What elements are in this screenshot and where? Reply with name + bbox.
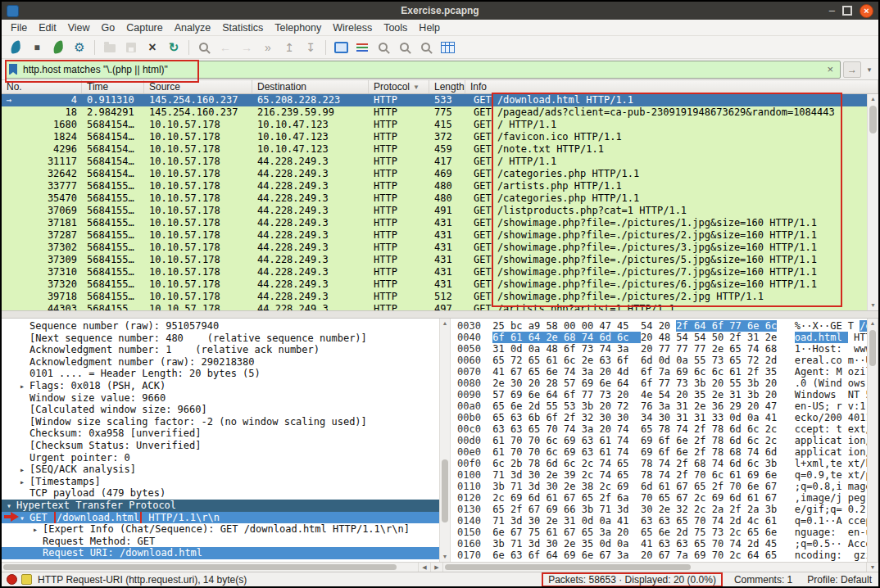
scrollbar-thumb[interactable] bbox=[869, 106, 877, 133]
packet-row[interactable]: 397185684155…10.10.57.17844.228.249.3HTT… bbox=[2, 291, 867, 303]
detail-line[interactable]: ▾Hypertext Transfer Protocol bbox=[2, 500, 439, 512]
column-header-info[interactable]: Info bbox=[465, 80, 878, 93]
detail-line[interactable]: [Calculated window size: 9660] bbox=[2, 404, 439, 416]
menu-item-capture[interactable]: Capture bbox=[120, 22, 168, 34]
go-forward-button[interactable]: → bbox=[237, 38, 256, 57]
detail-line[interactable]: TCP payload (479 bytes) bbox=[2, 487, 439, 500]
hex-row[interactable]: 0090 57 69 6e 64 6f 77 73 20 4e 54 20 35… bbox=[457, 389, 867, 400]
hex-row[interactable]: 0120 2c 69 6d 61 67 65 2f 6a 70 65 67 2c… bbox=[457, 492, 867, 504]
go-to-packet-button[interactable]: » bbox=[258, 38, 278, 57]
scrollbar-thumb[interactable] bbox=[445, 564, 691, 570]
hex-row[interactable]: 0050 31 0d 0a 48 6f 73 74 3a 20 77 77 77… bbox=[457, 343, 867, 355]
filter-dropdown-icon[interactable]: ▾ bbox=[864, 66, 875, 74]
scroll-right-icon[interactable]: ▶ bbox=[430, 563, 442, 572]
hex-row[interactable]: 00e0 61 70 70 6c 69 63 61 74 69 6f 6e 2f… bbox=[457, 446, 867, 458]
menu-item-help[interactable]: Help bbox=[413, 22, 446, 34]
detail-line[interactable]: [Next sequence number: 480 (relative seq… bbox=[2, 332, 439, 345]
menu-item-telephony[interactable]: Telephony bbox=[269, 22, 327, 34]
menu-item-statistics[interactable]: Statistics bbox=[216, 22, 269, 34]
detail-line[interactable]: Request URI: /download.html bbox=[2, 547, 439, 559]
titlebar[interactable]: Exercise.pcapng – × bbox=[2, 2, 878, 20]
detail-line[interactable]: Sequence number (raw): 951057940 bbox=[2, 320, 439, 332]
packet-row[interactable]: 18245684154…10.10.57.17810.10.47.123HTTP… bbox=[2, 131, 867, 143]
column-header-length[interactable]: Length bbox=[429, 80, 465, 93]
hex-row[interactable]: 0100 71 3d 30 2e 39 2c 74 65 78 74 2f 70… bbox=[457, 469, 867, 481]
scroll-down-icon[interactable]: ▼ bbox=[440, 552, 450, 562]
hex-row[interactable]: 0070 41 67 65 6e 74 3a 20 4d 6f 7a 69 6c… bbox=[457, 366, 867, 378]
menu-item-tools[interactable]: Tools bbox=[378, 22, 413, 34]
detail-line[interactable]: ▾GET /download.html HTTP/1.1\r\n bbox=[2, 512, 439, 524]
save-file-button[interactable] bbox=[121, 38, 141, 57]
details-hscrollbar[interactable] bbox=[2, 563, 418, 572]
zoom-in-button[interactable] bbox=[374, 38, 393, 57]
capture-options-button[interactable]: ⚙ bbox=[70, 38, 89, 57]
capture-restart-button[interactable] bbox=[48, 38, 68, 57]
detail-line[interactable]: [Window size scaling factor: -2 (no wind… bbox=[2, 416, 439, 428]
menu-item-edit[interactable]: Edit bbox=[33, 22, 62, 34]
column-header-source[interactable]: Source bbox=[144, 80, 252, 93]
detail-line[interactable]: 0101 .... = Header Length: 20 bytes (5) bbox=[2, 368, 439, 380]
minimize-button[interactable]: – bbox=[829, 7, 835, 15]
menu-item-wireless[interactable]: Wireless bbox=[327, 22, 378, 34]
scroll-left-icon[interactable]: ◀ bbox=[418, 563, 430, 572]
expander-open-icon[interactable]: ▾ bbox=[7, 500, 16, 512]
hex-row[interactable]: 0080 2e 30 20 28 57 69 6e 64 6f 77 73 3b… bbox=[457, 378, 867, 389]
scrollbar-thumb[interactable] bbox=[3, 564, 397, 570]
hex-row[interactable]: 0040 6f 61 64 2e 68 74 6d 6c 20 48 54 54… bbox=[457, 332, 867, 343]
capture-start-button[interactable] bbox=[6, 38, 25, 57]
column-header-time[interactable]: Time bbox=[82, 80, 144, 93]
hex-row[interactable]: 0150 6e 67 75 61 67 65 3a 20 65 6e 2d 75… bbox=[457, 527, 867, 538]
scrollbar-thumb[interactable] bbox=[442, 459, 448, 522]
zoom-reset-button[interactable] bbox=[416, 38, 436, 57]
pane-splitter[interactable] bbox=[2, 310, 878, 319]
packet-row[interactable]: 373095684155…10.10.57.17844.228.249.3HTT… bbox=[2, 254, 867, 266]
expert-info-icon[interactable] bbox=[7, 574, 17, 585]
packet-row[interactable]: 337775684155…10.10.57.17844.228.249.3HTT… bbox=[2, 180, 867, 192]
packet-row[interactable]: 373105684155…10.10.57.17844.228.249.3HTT… bbox=[2, 266, 867, 278]
close-file-button[interactable]: × bbox=[143, 38, 162, 57]
scroll-up-icon[interactable]: ▲ bbox=[868, 94, 878, 104]
packet-row[interactable]: →40.911310145.254.160.23765.208.228.223H… bbox=[2, 94, 867, 106]
detail-line[interactable]: ▸[Expert Info (Chat/Sequence): GET /down… bbox=[2, 523, 439, 536]
expander-closed-icon[interactable]: ▸ bbox=[20, 464, 29, 476]
detail-line[interactable]: Window size value: 9660 bbox=[2, 392, 439, 405]
find-packet-button[interactable] bbox=[194, 38, 214, 57]
packet-row[interactable]: 373025684155…10.10.57.17844.228.249.3HTT… bbox=[2, 242, 867, 254]
hex-row[interactable]: 0060 65 72 65 61 6c 2e 63 6f 6d 0d 0a 55… bbox=[457, 355, 867, 366]
colorize-button[interactable] bbox=[352, 38, 372, 57]
expander-closed-icon[interactable]: ▸ bbox=[20, 477, 29, 488]
bytes-scrollbar[interactable]: ▲ bbox=[867, 319, 878, 562]
column-header-protocol[interactable]: Protocol▼ bbox=[369, 80, 429, 93]
go-first-button[interactable]: ↥ bbox=[279, 38, 299, 57]
packet-row[interactable]: 182.984291145.254.160.237216.239.59.99HT… bbox=[2, 106, 867, 119]
capture-comment-icon[interactable] bbox=[21, 574, 32, 585]
detail-line[interactable]: ▸[SEQ/ACK analysis] bbox=[2, 464, 439, 476]
hex-row[interactable]: 00a0 65 6e 2d 55 53 3b 20 72 76 3a 31 2e… bbox=[457, 400, 867, 412]
filter-clear-icon[interactable]: × bbox=[823, 63, 837, 75]
capture-stop-button[interactable]: ■ bbox=[27, 38, 47, 57]
hex-row[interactable]: 0140 71 3d 30 2e 31 0d 0a 41 63 63 65 70… bbox=[457, 515, 867, 527]
open-file-button[interactable] bbox=[100, 38, 120, 57]
hex-row[interactable]: 0030 25 bc a9 58 00 00 47 45 54 20 2f 64… bbox=[457, 320, 867, 332]
column-header-destination[interactable]: Destination bbox=[252, 80, 369, 93]
reload-file-button[interactable]: ↻ bbox=[164, 38, 184, 57]
display-filter-input[interactable]: http.host matches "\.(php || html)" × bbox=[5, 61, 841, 79]
go-last-button[interactable]: ↧ bbox=[301, 38, 320, 57]
scroll-up-icon[interactable]: ▲ bbox=[440, 319, 450, 328]
bytes-hscrollbar[interactable] bbox=[442, 563, 866, 572]
status-profile[interactable]: Profile: Default bbox=[807, 574, 872, 586]
maximize-button[interactable] bbox=[842, 6, 852, 16]
scroll-up-icon[interactable]: ▲ bbox=[868, 319, 878, 328]
auto-scroll-button[interactable] bbox=[331, 38, 351, 57]
scroll-down-icon[interactable]: ▼ bbox=[866, 563, 878, 572]
detail-line[interactable]: Request Method: GET bbox=[2, 536, 439, 548]
scroll-down-icon[interactable]: ▼ bbox=[868, 301, 878, 310]
hex-row[interactable]: 00c0 63 63 65 70 74 3a 20 74 65 78 74 2f… bbox=[457, 423, 867, 435]
packet-list-scrollbar[interactable]: ▲ ▼ bbox=[867, 94, 878, 310]
menu-item-analyze[interactable]: Analyze bbox=[169, 22, 216, 34]
hex-row[interactable]: 00b0 65 63 6b 6f 2f 32 30 30 34 30 31 31… bbox=[457, 412, 867, 423]
details-scrollbar[interactable]: ▲ ▼ bbox=[439, 319, 451, 562]
packet-row[interactable]: 311175684154…10.10.57.17844.228.249.3HTT… bbox=[2, 156, 867, 168]
go-back-button[interactable]: ← bbox=[215, 38, 235, 57]
detail-line[interactable]: Urgent pointer: 0 bbox=[2, 452, 439, 464]
